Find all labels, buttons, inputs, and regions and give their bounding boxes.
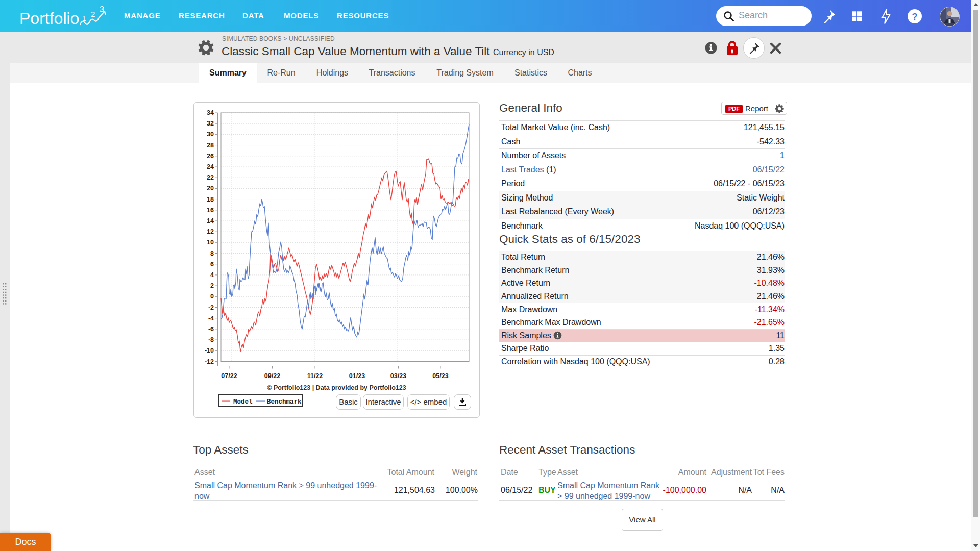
svg-text:2: 2 (91, 10, 95, 18)
svg-text:20: 20 (207, 185, 214, 192)
svg-text:Portfolio: Portfolio (19, 9, 79, 28)
svg-text:24: 24 (207, 163, 214, 170)
svg-text:14: 14 (207, 217, 214, 224)
svg-text:32: 32 (207, 120, 214, 127)
svg-text:-12: -12 (205, 358, 214, 365)
svg-text:?: ? (912, 11, 918, 22)
svg-text:0: 0 (210, 293, 214, 300)
svg-text:05/23: 05/23 (432, 372, 448, 380)
svg-text:09/22: 09/22 (264, 372, 280, 380)
svg-text:28: 28 (207, 142, 214, 149)
svg-text:Benchmark: Benchmark (267, 398, 302, 406)
svg-text:-8: -8 (208, 336, 214, 343)
svg-text:10: 10 (207, 239, 214, 246)
svg-text:-2: -2 (208, 304, 214, 311)
svg-text:8: 8 (210, 250, 214, 257)
svg-text:3: 3 (100, 5, 104, 14)
svg-text:03/23: 03/23 (390, 372, 406, 380)
svg-text:30: 30 (207, 131, 214, 138)
svg-text:6: 6 (210, 261, 214, 268)
svg-text:07/22: 07/22 (221, 372, 237, 380)
svg-text:34: 34 (207, 109, 214, 116)
svg-text:16: 16 (207, 207, 214, 214)
svg-text:Model: Model (233, 398, 253, 406)
svg-text:26: 26 (207, 153, 214, 160)
svg-text:-10: -10 (205, 347, 214, 354)
svg-text:11/22: 11/22 (307, 372, 323, 380)
svg-text:22: 22 (207, 174, 214, 181)
svg-text:4: 4 (210, 271, 214, 279)
svg-text:1: 1 (82, 15, 86, 22)
svg-text:-6: -6 (208, 325, 214, 333)
svg-text:2: 2 (210, 282, 214, 289)
svg-text:-4: -4 (208, 315, 214, 322)
svg-text:01/23: 01/23 (349, 372, 365, 380)
svg-text:12: 12 (207, 228, 214, 235)
svg-text:18: 18 (207, 196, 214, 203)
